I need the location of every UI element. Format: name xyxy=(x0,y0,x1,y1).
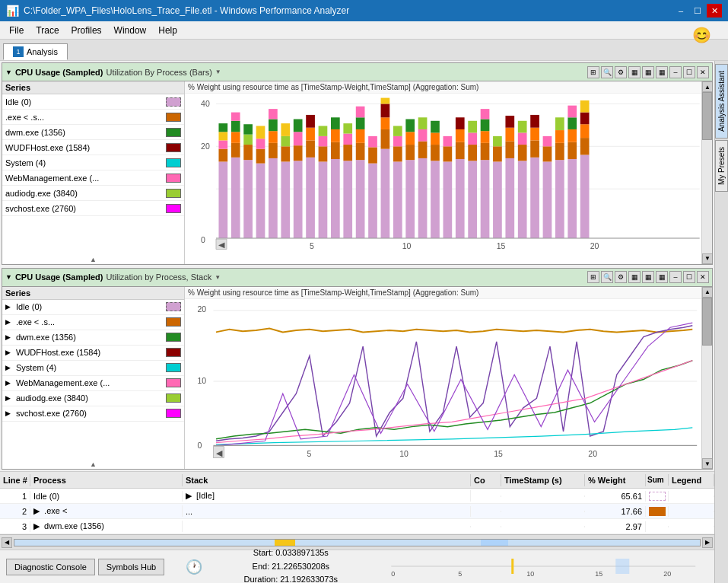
series-item-audiodg[interactable]: audiodg.exe (3840) xyxy=(2,186,184,201)
panel1-icon-btn1[interactable]: ⊞ xyxy=(587,66,599,78)
tab-number: 1 xyxy=(13,46,24,57)
col-timestamp[interactable]: TimeStamp (s) xyxy=(501,474,585,486)
col-legend[interactable]: Legend xyxy=(669,474,714,486)
menu-trace[interactable]: Trace xyxy=(30,24,65,37)
series2-item-webmgmt[interactable]: ▶ WebManagement.exe (... xyxy=(2,376,184,391)
panel2-svg-container[interactable]: 20 10 0 xyxy=(185,299,701,470)
timeline-track[interactable] xyxy=(14,539,701,546)
series-svchost-label: svchost.exe (2760) xyxy=(5,204,163,213)
panel1-grid-btn2[interactable]: ▦ xyxy=(642,66,654,78)
svg-rect-57 xyxy=(356,117,365,129)
series-item-wudf[interactable]: WUDFHost.exe (1584) xyxy=(2,140,184,155)
panel1-svg-container[interactable]: 40 20 0 xyxy=(185,94,701,264)
svg-rect-13 xyxy=(231,143,240,158)
series2-svchost-expand[interactable]: ▶ xyxy=(5,409,13,417)
svg-rect-69 xyxy=(393,136,402,146)
series2-item-dwm[interactable]: ▶ dwm.exe (1356) xyxy=(2,330,184,346)
scroll2-down-btn[interactable]: ▼ xyxy=(702,458,712,469)
panel2-search-btn[interactable]: 🔍 xyxy=(601,271,613,283)
series2-item-wudf[interactable]: ▶ WUDFHost.exe (1584) xyxy=(2,346,184,361)
menu-help[interactable]: Help xyxy=(152,24,183,37)
panel2-grid-btn2[interactable]: ▦ xyxy=(642,271,654,283)
series-item-exe[interactable]: .exe < .s... xyxy=(2,110,184,125)
series2-audiodg-expand[interactable]: ▶ xyxy=(5,394,13,402)
menu-window[interactable]: Window xyxy=(108,24,153,37)
panel1-close-btn[interactable]: ✕ xyxy=(697,66,709,78)
sidebar-analysis-assistant-tab[interactable]: Analysis Assistant xyxy=(715,64,728,139)
menu-file[interactable]: File xyxy=(3,24,30,37)
series2-idle-expand[interactable]: ▶ xyxy=(5,303,13,311)
timeline-right-btn[interactable]: ▶ xyxy=(702,537,713,548)
series2-system-expand[interactable]: ▶ xyxy=(5,364,13,371)
panel1-chart-svg: 40 20 0 xyxy=(185,94,701,264)
diagnostic-console-button[interactable]: Diagnostic Console xyxy=(6,559,95,575)
panel1-grid-btn3[interactable]: ▦ xyxy=(656,66,668,78)
scroll-down-btn[interactable]: ▼ xyxy=(702,253,712,264)
panel1-collapse-icon[interactable]: ▼ xyxy=(5,68,12,76)
panel2-settings-btn[interactable]: ⚙ xyxy=(615,271,627,283)
app-icon: 📊 xyxy=(6,5,19,17)
table-row[interactable]: 1 Idle (0) ▶ [Idle] 65.61 xyxy=(0,489,714,504)
panel2-grid-btn3[interactable]: ▦ xyxy=(656,271,668,283)
series-item-system[interactable]: System (4) xyxy=(2,155,184,170)
series-item-svchost[interactable]: svchost.exe (2760) xyxy=(2,201,184,216)
col-process[interactable]: Process xyxy=(30,474,183,486)
panel2-scrollbar[interactable]: ▲ ▼ xyxy=(701,287,712,470)
panel1-settings-btn[interactable]: ⚙ xyxy=(615,66,627,78)
start-time: Start: 0.033897135s xyxy=(208,546,373,560)
series2-item-svchost[interactable]: ▶ svchost.exe (2760) xyxy=(2,406,184,422)
scroll2-up-btn[interactable]: ▲ xyxy=(702,287,712,298)
panel2-collapse-icon[interactable]: ▼ xyxy=(5,273,12,281)
panel1-search-btn[interactable]: 🔍 xyxy=(601,66,613,78)
series2-item-idle[interactable]: ▶ Idle (0) xyxy=(2,300,184,315)
series-item-dwm[interactable]: dwm.exe (1356) xyxy=(2,125,184,140)
series-item-webmgmt[interactable]: WebManagement.exe (... xyxy=(2,170,184,186)
sidebar-my-presets-tab[interactable]: My Presets xyxy=(715,140,728,192)
series2-dwm-expand[interactable]: ▶ xyxy=(5,333,13,341)
col-sum[interactable]: Sum xyxy=(646,474,669,486)
series-webmgmt-label: WebManagement.exe (... xyxy=(5,174,163,183)
series2-item-exe[interactable]: ▶ .exe < .s... xyxy=(2,315,184,330)
series-scroll-up[interactable]: ▲ xyxy=(2,255,184,264)
series2-item-system[interactable]: ▶ System (4) xyxy=(2,361,184,376)
panel1-scrollbar[interactable]: ▲ ▼ xyxy=(701,81,712,264)
col-co[interactable]: Co xyxy=(471,474,501,486)
svg-rect-107 xyxy=(518,145,527,161)
col-stack[interactable]: Stack xyxy=(183,474,471,486)
panel2-close-btn[interactable]: ✕ xyxy=(697,271,709,283)
menu-profiles[interactable]: Profiles xyxy=(65,24,108,37)
svg-rect-46 xyxy=(331,159,340,238)
col-line[interactable]: Line # xyxy=(0,474,30,486)
svg-rect-119 xyxy=(555,130,564,143)
panel2-icon-btn1[interactable]: ⊞ xyxy=(587,271,599,283)
series2-exe-color xyxy=(166,317,181,327)
panel2-grid-btn1[interactable]: ▦ xyxy=(628,271,641,283)
col-weight[interactable]: % Weight xyxy=(585,474,646,486)
close-button[interactable]: ✕ xyxy=(707,4,722,18)
symbols-hub-button[interactable]: Symbols Hub xyxy=(98,559,164,575)
cell-ts-2 xyxy=(501,511,585,512)
table-row[interactable]: 2 ▶ .exe < ... 17.66 xyxy=(0,504,714,519)
maximize-button[interactable]: ☐ xyxy=(690,4,705,18)
svg-rect-130 xyxy=(580,100,590,113)
panel2-min-btn[interactable]: – xyxy=(669,271,682,283)
panel2-max-btn[interactable]: ☐ xyxy=(683,271,695,283)
series-item-idle[interactable]: Idle (0) xyxy=(2,94,184,110)
series2-exe-expand[interactable]: ▶ xyxy=(5,318,13,326)
scroll-thumb[interactable] xyxy=(702,92,712,140)
series2-scroll-up[interactable]: ▲ xyxy=(2,460,184,469)
panel1-grid-btn1[interactable]: ▦ xyxy=(628,66,641,78)
series2-webmgmt-expand[interactable]: ▶ xyxy=(5,379,13,387)
panel1-min-btn[interactable]: – xyxy=(669,66,682,78)
scroll-up-btn[interactable]: ▲ xyxy=(702,81,712,92)
timeline-left-btn[interactable]: ◀ xyxy=(2,537,12,548)
tab-analysis[interactable]: 1 Analysis xyxy=(3,43,68,60)
panel2-dropdown-icon[interactable]: ▼ xyxy=(215,274,221,281)
panel1-max-btn[interactable]: ☐ xyxy=(683,66,695,78)
panel1-dropdown-icon[interactable]: ▼ xyxy=(215,68,221,75)
series2-wudf-expand[interactable]: ▶ xyxy=(5,349,13,356)
table-row[interactable]: 3 ▶ dwm.exe (1356) 2.97 xyxy=(0,519,714,534)
minimize-button[interactable]: – xyxy=(673,4,688,18)
scroll2-thumb[interactable] xyxy=(702,298,712,346)
series2-item-audiodg[interactable]: ▶ audiodg.exe (3840) xyxy=(2,391,184,406)
